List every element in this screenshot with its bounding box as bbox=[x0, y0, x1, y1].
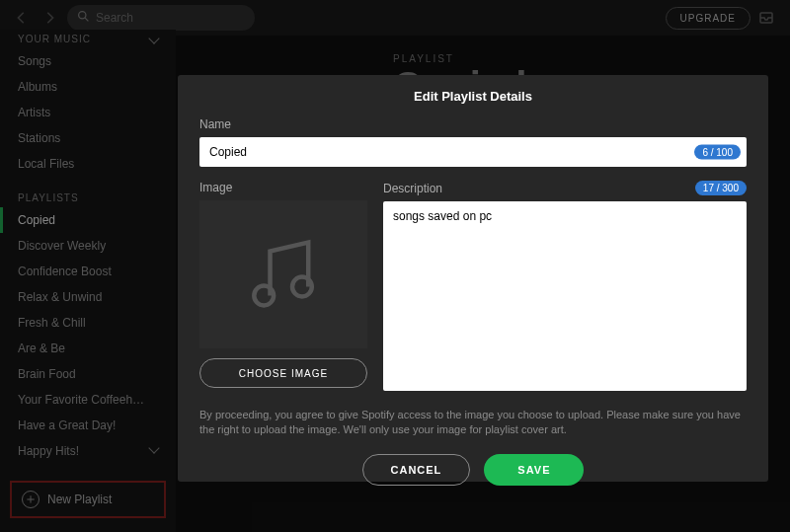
playlist-description-input[interactable]: songs saved on pc bbox=[383, 201, 747, 391]
image-label: Image bbox=[199, 181, 367, 194]
name-label: Name bbox=[199, 117, 747, 131]
playlist-name-input[interactable] bbox=[199, 137, 747, 167]
image-placeholder bbox=[199, 200, 367, 348]
cancel-button[interactable]: CANCEL bbox=[362, 454, 471, 486]
disclaimer-text: By proceeding, you agree to give Spotify… bbox=[199, 408, 747, 438]
description-label: Description bbox=[383, 182, 442, 195]
choose-image-button[interactable]: CHOOSE IMAGE bbox=[199, 358, 367, 388]
save-button[interactable]: SAVE bbox=[484, 454, 584, 486]
music-note-icon bbox=[239, 229, 328, 321]
modal-title: Edit Playlist Details bbox=[199, 89, 747, 104]
edit-playlist-modal: Edit Playlist Details Name 6 / 100 Image… bbox=[178, 75, 768, 482]
name-char-counter: 6 / 100 bbox=[694, 145, 741, 160]
description-char-counter: 17 / 300 bbox=[695, 181, 747, 195]
